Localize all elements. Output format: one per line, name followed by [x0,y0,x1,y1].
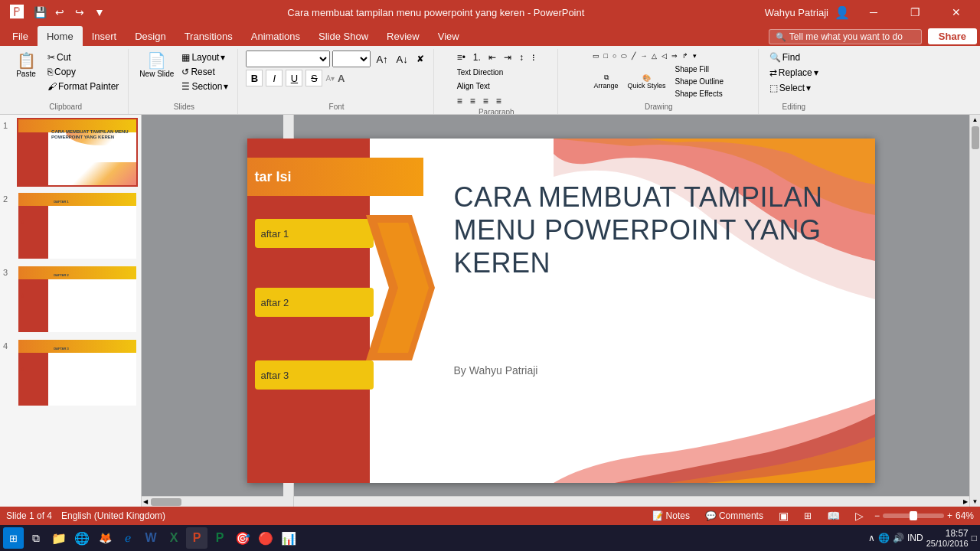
zoom-in-icon[interactable]: + [947,510,952,521]
slide-panel[interactable]: 1 CARA MEMBUAT TAMPILAN MENU POWERPOINT … [0,115,142,507]
italic-button[interactable]: I [266,70,283,86]
vertical-scrollbar[interactable]: ▲ ▼ [969,115,980,507]
tab-view[interactable]: View [429,26,469,46]
scroll-down-button[interactable]: ▼ [971,497,980,507]
slide-main[interactable]: tar Isi aftar 1 aftar 2 aftar 3 CARA MEM… [247,139,875,483]
slide-thumb-3[interactable]: 3 DAFTAR 2 ★ [3,265,138,334]
tab-animations[interactable]: Animations [242,26,309,46]
shape-line[interactable]: ╱ [630,51,637,62]
quick-styles-button[interactable]: 🎨 Quick Styles [625,72,669,92]
columns-button[interactable]: ⫶ [528,51,539,64]
tab-review[interactable]: Review [377,26,429,46]
tab-slideshow[interactable]: Slide Show [309,26,377,46]
tab-insert[interactable]: Insert [83,26,126,46]
increase-indent-button[interactable]: ⇥ [501,51,514,64]
app8-button[interactable]: 📊 [278,527,299,549]
replace-button[interactable]: ⇄ Replace ▾ [766,66,822,80]
share-button[interactable]: Share [928,28,977,44]
left-item2[interactable]: aftar 2 [255,288,374,317]
zoom-thumb[interactable] [910,511,917,520]
shape-rect[interactable]: ▭ [591,51,601,62]
shape-more[interactable]: ▾ [691,51,698,62]
align-right-button[interactable]: ≡ [480,94,492,108]
text-direction-button[interactable]: Text Direction [454,67,507,78]
slideshow-button[interactable]: ▷ [851,509,868,523]
edge-button[interactable]: ℯ [117,527,139,549]
taskview-button[interactable]: ⧉ [25,527,47,549]
scroll-left-button[interactable]: ◀ [142,497,149,507]
slide-canvas[interactable]: tar Isi aftar 1 aftar 2 aftar 3 CARA MEM… [142,115,980,507]
slide-preview-1[interactable]: CARA MEMBUAT TAMPILAN MENU POWERPOINT YA… [17,118,138,187]
shape-fill-button[interactable]: Shape Fill [672,64,727,75]
publisher-button[interactable]: P [209,527,230,549]
font-family-select[interactable] [246,51,330,67]
tab-design[interactable]: Design [126,26,175,46]
tab-file[interactable]: File [3,26,38,46]
slide-thumb-4[interactable]: 4 DAFTAR 3 ★ [3,338,138,407]
arrange-button[interactable]: ⧉ Arrange [591,71,622,92]
reading-view-button[interactable]: 📖 [822,509,844,523]
shape-dblarrow[interactable]: ⇒ [670,51,679,62]
notes-button[interactable]: 📝 Notes [648,510,694,522]
h-scroll-thumb[interactable] [151,498,181,506]
scroll-up-button[interactable]: ▲ [971,115,980,125]
shape-arrow[interactable]: → [639,51,648,62]
scroll-right-button[interactable]: ▶ [962,497,969,507]
reset-button[interactable]: ↺ Reset [178,65,231,79]
save-button[interactable]: 💾 [32,5,47,20]
firefox-button[interactable]: 🦊 [94,527,116,549]
search-box[interactable]: 🔍 Tell me what you want to do [769,29,922,44]
chevron-icon[interactable]: ∧ [868,533,875,543]
customize-qat-button[interactable]: ▼ [92,5,107,20]
slide-sorter-button[interactable]: ⊞ [799,510,816,522]
normal-view-button[interactable]: ▣ [774,509,793,523]
underline-button[interactable]: U [286,70,302,86]
new-slide-button[interactable]: 📄 New Slide [136,51,177,80]
shape-oval[interactable]: ⬭ [619,51,629,62]
redo-button[interactable]: ↪ [72,5,87,20]
scroll-thumb[interactable] [972,126,979,149]
decrease-indent-button[interactable]: ⇤ [485,51,499,64]
find-button[interactable]: 🔍 Find [766,51,803,64]
font-size-select[interactable] [332,51,371,67]
restore-button[interactable]: ❐ [897,0,933,24]
shape-triangle[interactable]: △ [650,51,658,62]
bullets-button[interactable]: ≡• [454,51,469,64]
cut-button[interactable]: ✂ Cut [44,51,122,64]
slide-preview-4[interactable]: DAFTAR 3 ★ [17,338,138,407]
shape-circle[interactable]: ○ [611,51,618,62]
word-button[interactable]: W [140,527,162,549]
tab-transitions[interactable]: Transitions [175,26,242,46]
slide-thumb-1[interactable]: 1 CARA MEMBUAT TAMPILAN MENU POWERPOINT … [3,118,138,187]
decrease-font-button[interactable]: A↓ [394,52,411,67]
align-center-button[interactable]: ≡ [467,94,479,108]
section-button[interactable]: ☰ Section ▾ [178,80,231,93]
select-button[interactable]: ⬚ Select ▾ [766,81,814,95]
clock[interactable]: 18:57 25/10/2016 [926,528,969,548]
undo-button[interactable]: ↩ [52,5,67,20]
paste-button[interactable]: 📋 Paste [9,51,43,80]
app6-button[interactable]: 🎯 [232,527,253,549]
line-spacing-button[interactable]: ↕ [516,51,527,64]
shape-rtri[interactable]: ◁ [660,51,668,62]
start-button[interactable]: ⊞ [3,527,24,549]
powerpoint-taskbar-button[interactable]: P [186,527,207,549]
horizontal-scrollbar[interactable]: ◀ ▶ [142,496,969,507]
slide-preview-2[interactable]: DAFTAR 1 ★ [17,191,138,260]
slide-thumb-2[interactable]: 2 DAFTAR 1 ★ [3,191,138,260]
bold-button[interactable]: B [246,70,263,86]
comments-button[interactable]: 💬 Comments [701,510,768,522]
copy-button[interactable]: ⎘ Copy [44,65,122,79]
format-painter-button[interactable]: 🖌 Format Painter [44,80,122,93]
chrome-button[interactable]: 🌐 [71,527,93,549]
slide-preview-3[interactable]: DAFTAR 2 ★ [17,265,138,334]
shape-outline-button[interactable]: Shape Outline [672,76,727,87]
shape-rect2[interactable]: □ [603,51,609,62]
file-explorer-button[interactable]: 📁 [48,527,70,549]
numbering-button[interactable]: 1. [470,51,484,64]
close-button[interactable]: ✕ [939,0,974,24]
tab-home[interactable]: Home [38,26,83,46]
shape-corner[interactable]: ↱ [681,51,690,62]
shape-effects-button[interactable]: Shape Effects [672,88,727,99]
justify-button[interactable]: ≡ [493,94,505,108]
